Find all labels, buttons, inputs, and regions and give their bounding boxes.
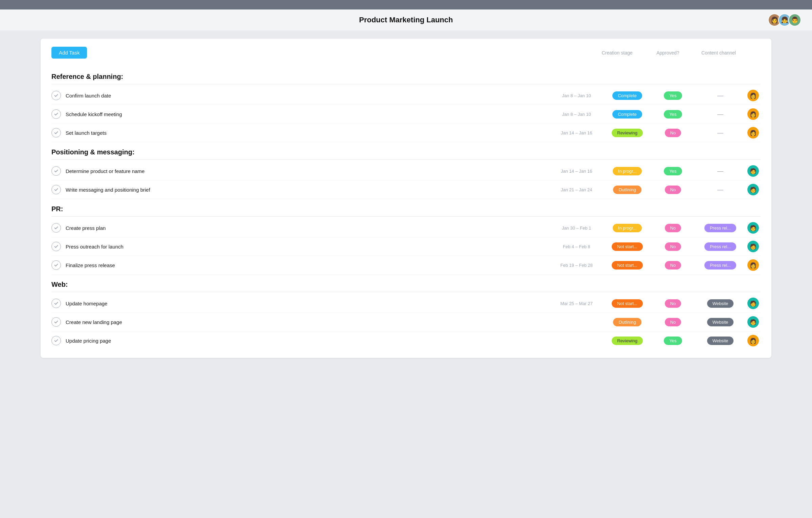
status-badge[interactable]: Reviewing: [612, 337, 643, 345]
task-approved[interactable]: No: [651, 186, 695, 194]
status-badge[interactable]: In progr...: [613, 167, 642, 175]
task-row[interactable]: Press outreach for launchFeb 4 – Feb 8No…: [51, 237, 761, 256]
task-approved[interactable]: No: [651, 224, 695, 232]
task-channel[interactable]: —: [695, 92, 746, 99]
status-badge[interactable]: Not start...: [612, 299, 643, 308]
avatar[interactable]: 🧑: [747, 298, 759, 309]
status-badge[interactable]: Outlining: [613, 186, 641, 194]
status-badge[interactable]: Not start...: [612, 242, 643, 251]
task-check-icon[interactable]: [51, 185, 61, 194]
avatar[interactable]: 🧑: [747, 241, 759, 252]
task-approved[interactable]: No: [651, 129, 695, 137]
task-status[interactable]: Complete: [604, 110, 651, 118]
avatar[interactable]: 👩: [747, 127, 759, 138]
task-avatar[interactable]: 🧑: [746, 298, 761, 309]
avatar[interactable]: 🧑: [747, 316, 759, 328]
task-avatar[interactable]: 🧑: [746, 241, 761, 252]
avatar[interactable]: 🧑: [747, 222, 759, 234]
task-row[interactable]: Finalize press releaseFeb 19 – Feb 28Not…: [51, 256, 761, 275]
task-channel[interactable]: Press rel...: [695, 242, 746, 251]
status-badge[interactable]: Not start...: [612, 261, 643, 269]
task-row[interactable]: Set launch targetsJan 14 – Jan 16Reviewi…: [51, 124, 761, 142]
task-avatar[interactable]: 👩: [746, 127, 761, 138]
task-status[interactable]: Reviewing: [604, 337, 651, 345]
task-approved[interactable]: Yes: [651, 91, 695, 100]
task-approved[interactable]: No: [651, 242, 695, 251]
task-row[interactable]: Create press planJan 30 – Feb 1In progr.…: [51, 219, 761, 237]
approved-badge[interactable]: No: [665, 261, 681, 269]
task-avatar[interactable]: 🧑: [746, 316, 761, 328]
task-status[interactable]: Complete: [604, 91, 651, 100]
task-check-icon[interactable]: [51, 336, 61, 345]
task-status[interactable]: Not start...: [604, 242, 651, 251]
task-check-icon[interactable]: [51, 260, 61, 270]
task-avatar[interactable]: 👩: [746, 90, 761, 101]
avatar[interactable]: 🧑: [747, 165, 759, 177]
task-channel[interactable]: —: [695, 168, 746, 175]
task-channel[interactable]: Website: [695, 337, 746, 345]
task-status[interactable]: In progr...: [604, 224, 651, 232]
task-row[interactable]: Update pricing pageReviewingYesWebsite👩: [51, 331, 761, 350]
task-status[interactable]: In progr...: [604, 167, 651, 175]
approved-badge[interactable]: No: [665, 224, 681, 232]
avatar[interactable]: 👩: [747, 108, 759, 120]
approved-badge[interactable]: Yes: [664, 337, 682, 345]
task-row[interactable]: Confirm launch dateJan 8 – Jan 10Complet…: [51, 86, 761, 105]
channel-badge[interactable]: Press rel...: [704, 224, 736, 232]
add-task-button[interactable]: Add Task: [51, 47, 87, 59]
task-approved[interactable]: Yes: [651, 337, 695, 345]
approved-badge[interactable]: No: [665, 299, 681, 308]
status-badge[interactable]: In progr...: [613, 224, 642, 232]
task-channel[interactable]: —: [695, 111, 746, 118]
task-check-icon[interactable]: [51, 91, 61, 100]
status-badge[interactable]: Reviewing: [612, 129, 643, 137]
channel-badge[interactable]: Website: [707, 299, 734, 308]
task-row[interactable]: Update homepageMar 25 – Mar 27Not start.…: [51, 294, 761, 313]
task-check-icon[interactable]: [51, 128, 61, 137]
task-check-icon[interactable]: [51, 242, 61, 251]
approved-badge[interactable]: No: [665, 318, 681, 326]
task-channel[interactable]: Press rel...: [695, 224, 746, 232]
avatar[interactable]: 👩: [747, 335, 759, 346]
task-channel[interactable]: Website: [695, 318, 746, 326]
task-avatar[interactable]: 👩: [746, 259, 761, 271]
status-badge[interactable]: Complete: [612, 110, 642, 118]
task-row[interactable]: Schedule kickoff meetingJan 8 – Jan 10Co…: [51, 105, 761, 124]
task-avatar[interactable]: 🧑: [746, 222, 761, 234]
channel-badge[interactable]: Press rel...: [704, 261, 736, 269]
task-check-icon[interactable]: [51, 109, 61, 119]
channel-badge[interactable]: Website: [707, 318, 734, 326]
task-check-icon[interactable]: [51, 317, 61, 327]
task-approved[interactable]: No: [651, 299, 695, 308]
task-approved[interactable]: No: [651, 318, 695, 326]
task-avatar[interactable]: 👩: [746, 335, 761, 346]
approved-badge[interactable]: Yes: [664, 91, 682, 100]
task-status[interactable]: Not start...: [604, 299, 651, 308]
avatar[interactable]: 👩: [747, 259, 759, 271]
task-approved[interactable]: Yes: [651, 167, 695, 175]
channel-badge[interactable]: Press rel...: [704, 242, 736, 251]
task-check-icon[interactable]: [51, 223, 61, 233]
task-avatar[interactable]: 👩: [746, 108, 761, 120]
task-approved[interactable]: No: [651, 261, 695, 269]
task-channel[interactable]: —: [695, 129, 746, 136]
approved-badge[interactable]: No: [665, 242, 681, 251]
task-status[interactable]: Reviewing: [604, 129, 651, 137]
task-avatar[interactable]: 🧑: [746, 165, 761, 177]
task-approved[interactable]: Yes: [651, 110, 695, 118]
task-status[interactable]: Outlining: [604, 318, 651, 326]
status-badge[interactable]: Complete: [612, 91, 642, 100]
task-channel[interactable]: —: [695, 186, 746, 193]
approved-badge[interactable]: No: [665, 129, 681, 137]
task-check-icon[interactable]: [51, 166, 61, 176]
avatar[interactable]: 👩: [747, 90, 759, 101]
task-status[interactable]: Not start...: [604, 261, 651, 269]
task-row[interactable]: Write messaging and positioning briefJan…: [51, 180, 761, 199]
avatar-3[interactable]: 👨: [788, 14, 801, 26]
channel-badge[interactable]: Website: [707, 337, 734, 345]
task-channel[interactable]: Website: [695, 299, 746, 308]
task-status[interactable]: Outlining: [604, 186, 651, 194]
avatar[interactable]: 🧑: [747, 184, 759, 195]
status-badge[interactable]: Outlining: [613, 318, 641, 326]
task-avatar[interactable]: 🧑: [746, 184, 761, 195]
